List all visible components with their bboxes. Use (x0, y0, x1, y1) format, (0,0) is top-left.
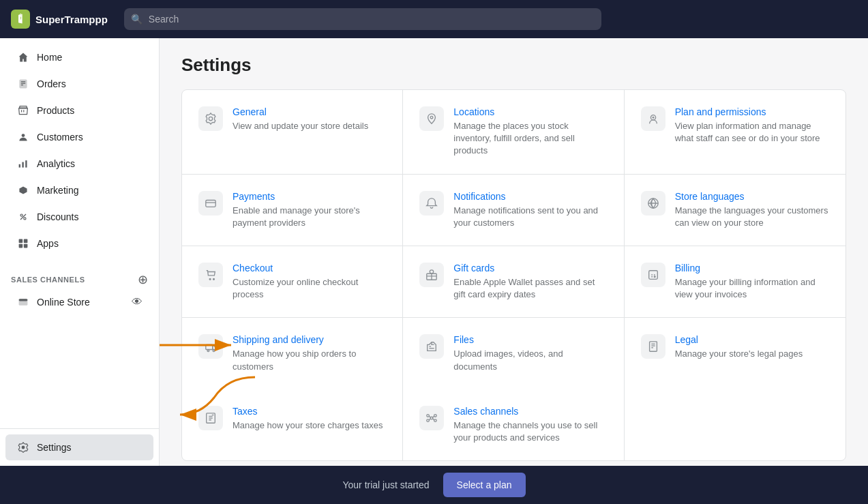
settings-item-payments[interactable]: Payments Enable and manage your store's … (182, 175, 403, 246)
sidebar-item-analytics[interactable]: Analytics (5, 151, 153, 177)
taxes-desc: Manage how your store charges taxes (233, 419, 386, 432)
payments-title: Payments (233, 191, 386, 202)
sidebar-item-orders[interactable]: Orders (5, 71, 153, 97)
files-title: Files (453, 334, 607, 345)
settings-item-store-languages[interactable]: Store languages Manage the languages you… (625, 175, 845, 246)
customers-icon (16, 130, 30, 144)
sidebar-label-analytics: Analytics (37, 158, 75, 169)
online-store-eye-icon: 👁 (132, 296, 143, 308)
settings-item-shipping[interactable]: Shipping and delivery Manage how you shi… (182, 318, 403, 389)
search-icon: 🔍 (131, 14, 143, 25)
apps-icon (16, 237, 30, 250)
notifications-desc: Manage notifications sent to you and you… (453, 205, 607, 229)
sidebar-item-settings[interactable]: Settings (5, 434, 153, 460)
trial-text: Your trial just started (342, 479, 429, 490)
svg-line-49 (433, 416, 434, 417)
settings-item-notifications[interactable]: Notifications Manage notifications sent … (403, 175, 624, 246)
shipping-icon (198, 334, 223, 359)
svg-rect-37 (649, 342, 657, 351)
taxes-icon (198, 406, 223, 430)
svg-rect-24 (206, 200, 215, 207)
sidebar-item-customers[interactable]: Customers (5, 124, 153, 150)
plan-permissions-title: Plan and permissions (675, 106, 829, 117)
svg-rect-12 (24, 239, 28, 243)
content-wrapper: Settings General View and update your st… (160, 38, 868, 466)
svg-point-31 (654, 276, 655, 278)
settings-item-checkout[interactable]: Checkout Customize your online checkout … (182, 246, 403, 318)
sales-channels-info: Sales channels Manage the channels you u… (453, 406, 607, 444)
checkout-desc: Customize your online checkout process (233, 276, 386, 301)
notifications-info: Notifications Manage notifications sent … (453, 191, 607, 229)
svg-point-44 (427, 414, 430, 417)
svg-line-51 (433, 419, 434, 420)
online-store-left: Online Store (16, 295, 90, 309)
sidebar: Home Orders Products Customers (0, 38, 160, 466)
main-layout: Home Orders Products Customers (0, 38, 868, 466)
files-icon (419, 334, 444, 359)
billing-icon (641, 263, 665, 287)
general-title: General (233, 106, 386, 117)
settings-item-general[interactable]: General View and update your store detai… (182, 90, 403, 175)
settings-grid-empty (625, 389, 845, 460)
files-info: Files Upload images, videos, and documen… (453, 334, 607, 372)
svg-point-27 (209, 278, 211, 280)
settings-item-gift-cards[interactable]: Gift cards Enable Apple Wallet passes an… (403, 246, 624, 318)
marketing-icon (16, 183, 30, 197)
notifications-title: Notifications (453, 191, 607, 202)
store-languages-info: Store languages Manage the languages you… (675, 191, 829, 229)
settings-item-locations[interactable]: Locations Manage the places you stock in… (403, 90, 624, 175)
store-languages-icon (641, 191, 665, 216)
sidebar-item-marketing[interactable]: Marketing (5, 177, 153, 203)
legal-info: Legal Manage your store's legal pages (675, 334, 829, 360)
sidebar-item-online-store[interactable]: Online Store 👁 (5, 289, 153, 315)
general-icon (198, 106, 223, 131)
svg-point-8 (20, 214, 23, 216)
svg-rect-13 (19, 244, 23, 248)
sales-channels-section: SALES CHANNELS ⊕ (0, 263, 159, 288)
topbar: SuperTramppp 🔍 (0, 0, 868, 38)
settings-item-taxes[interactable]: Taxes Manage how your store charges taxe… (182, 389, 403, 460)
payments-desc: Enable and manage your store's payment p… (233, 205, 386, 229)
svg-rect-0 (19, 80, 27, 89)
shopify-logo-icon (11, 10, 30, 29)
home-icon (16, 50, 30, 64)
shipping-info: Shipping and delivery Manage how you shi… (233, 334, 386, 372)
shipping-title: Shipping and delivery (233, 334, 386, 345)
settings-item-sales-channels[interactable]: Sales channels Manage the channels you u… (403, 389, 624, 460)
svg-rect-14 (24, 244, 28, 248)
plan-permissions-desc: View plan information and manage what st… (675, 120, 829, 145)
gift-cards-info: Gift cards Enable Apple Wallet passes an… (453, 263, 607, 301)
discounts-icon (16, 210, 30, 224)
svg-rect-5 (19, 164, 20, 168)
notifications-icon (419, 191, 444, 216)
sidebar-label-home: Home (37, 52, 62, 63)
store-name: SuperTramppp (35, 14, 108, 25)
settings-grid: General View and update your store detai… (182, 90, 845, 460)
store-logo[interactable]: SuperTramppp (11, 10, 108, 29)
sidebar-item-discounts[interactable]: Discounts (5, 204, 153, 230)
general-desc: View and update your store details (233, 120, 386, 132)
search-bar[interactable]: 🔍 (124, 8, 601, 30)
settings-item-files[interactable]: Files Upload images, videos, and documen… (403, 318, 624, 389)
settings-item-plan-permissions[interactable]: Plan and permissions View plan informati… (625, 90, 845, 175)
sidebar-item-home[interactable]: Home (5, 44, 153, 70)
sidebar-bottom: Settings (0, 428, 159, 466)
select-plan-button[interactable]: Select a plan (443, 473, 526, 497)
legal-icon (641, 334, 665, 359)
search-input[interactable] (124, 8, 601, 30)
svg-point-46 (427, 419, 430, 421)
sidebar-label-apps: Apps (37, 238, 59, 249)
sidebar-label-products: Products (37, 105, 74, 116)
svg-point-34 (213, 350, 215, 352)
settings-item-legal[interactable]: Legal Manage your store's legal pages (625, 318, 845, 389)
sidebar-item-products[interactable]: Products (5, 98, 153, 123)
add-sales-channel-button[interactable]: ⊕ (138, 273, 148, 286)
svg-rect-30 (648, 271, 657, 280)
taxes-title: Taxes (233, 406, 386, 417)
plan-permissions-info: Plan and permissions View plan informati… (675, 106, 829, 145)
settings-item-billing[interactable]: Billing Manage your billing information … (625, 246, 845, 318)
payments-icon (198, 191, 223, 216)
sidebar-item-apps[interactable]: Apps (5, 231, 153, 256)
orders-icon (16, 77, 30, 91)
svg-rect-32 (206, 345, 213, 350)
